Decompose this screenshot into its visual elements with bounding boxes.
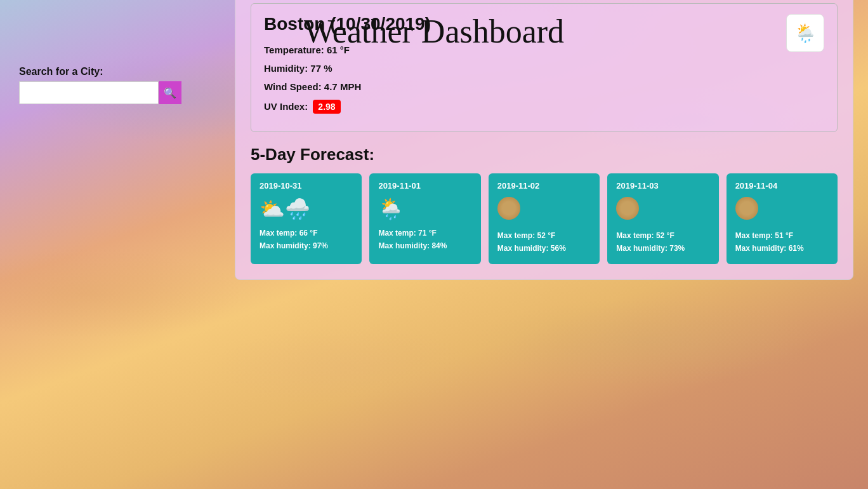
forecast-max-humidity: Max humidity: 56% bbox=[497, 244, 591, 253]
current-weather-info: Boston (10/30/2019) Temperature: 61 °F H… bbox=[264, 14, 431, 121]
forecast-max-humidity: Max humidity: 73% bbox=[616, 244, 709, 253]
forecast-max-temp: Max temp: 71 °F bbox=[378, 229, 471, 238]
forecast-icon: ⛅🌧️ bbox=[260, 197, 353, 222]
forecast-max-temp: Max temp: 66 °F bbox=[260, 229, 353, 238]
forecast-icon bbox=[735, 197, 829, 225]
forecast-cards: 2019-10-31 ⛅🌧️ Max temp: 66 °F Max humid… bbox=[251, 173, 838, 264]
forecast-icon bbox=[497, 197, 591, 225]
forecast-card: 2019-11-04 Max temp: 51 °F Max humidity:… bbox=[727, 173, 838, 264]
search-icon: 🔍 bbox=[164, 87, 176, 99]
forecast-title: 5-Day Forecast: bbox=[251, 145, 838, 164]
forecast-date: 2019-10-31 bbox=[260, 181, 353, 191]
forecast-icon bbox=[616, 197, 709, 225]
weather-icon-emoji: 🌦️ bbox=[794, 23, 817, 44]
forecast-max-humidity: Max humidity: 84% bbox=[378, 241, 471, 250]
forecast-date: 2019-11-03 bbox=[616, 181, 709, 191]
current-weather-icon: 🌦️ bbox=[786, 14, 824, 52]
search-button[interactable]: 🔍 bbox=[159, 81, 181, 104]
forecast-max-temp: Max temp: 52 °F bbox=[616, 231, 709, 240]
forecast-date: 2019-11-04 bbox=[735, 181, 829, 191]
humidity-stat: Humidity: 77 % bbox=[264, 63, 431, 74]
wind-speed-stat: Wind Speed: 4.7 MPH bbox=[264, 81, 431, 92]
forecast-card: 2019-11-02 Max temp: 52 °F Max humidity:… bbox=[489, 173, 600, 264]
forecast-max-temp: Max temp: 51 °F bbox=[735, 231, 829, 240]
uv-index-stat: UV Index: 2.98 bbox=[264, 100, 431, 114]
forecast-card: 2019-11-01 🌦️ Max temp: 71 °F Max humidi… bbox=[369, 173, 480, 264]
forecast-max-temp: Max temp: 52 °F bbox=[497, 231, 591, 240]
forecast-date: 2019-11-02 bbox=[497, 181, 591, 191]
uv-value-badge: 2.98 bbox=[313, 100, 340, 114]
forecast-card: 2019-11-03 Max temp: 52 °F Max humidity:… bbox=[607, 173, 718, 264]
temperature-stat: Temperature: 61 °F bbox=[264, 44, 431, 55]
forecast-card: 2019-10-31 ⛅🌧️ Max temp: 66 °F Max humid… bbox=[251, 173, 362, 264]
search-input[interactable] bbox=[19, 81, 159, 104]
forecast-max-humidity: Max humidity: 97% bbox=[260, 241, 353, 250]
forecast-icon: 🌦️ bbox=[378, 197, 471, 222]
forecast-max-humidity: Max humidity: 61% bbox=[735, 244, 829, 253]
forecast-date: 2019-11-01 bbox=[378, 181, 471, 191]
city-title: Boston (10/30/2019) bbox=[264, 14, 431, 34]
